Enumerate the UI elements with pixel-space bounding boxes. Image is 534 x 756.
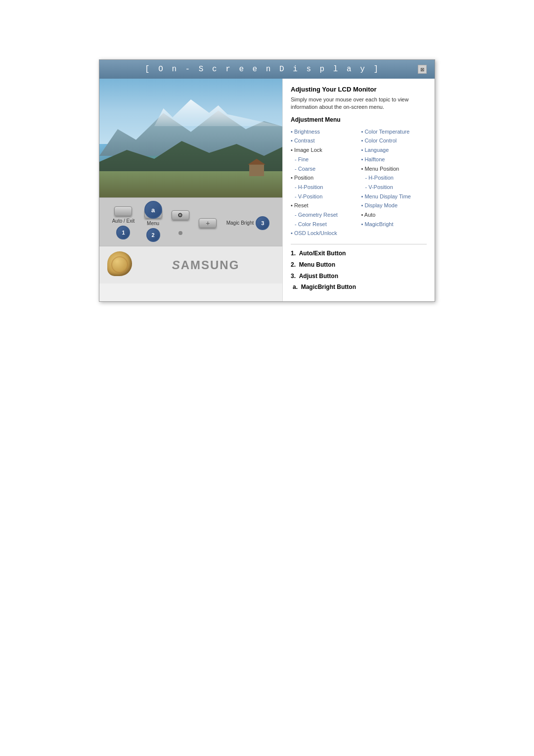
auto-exit-button-shape[interactable] <box>114 206 132 216</box>
circle-3: 3 <box>256 216 269 230</box>
item-1-text: Auto/Exit Button <box>299 250 346 257</box>
menu-halftone[interactable]: • Halftone <box>361 155 427 164</box>
menu-h-position-left[interactable]: - H-Position <box>291 183 356 192</box>
menu-osd-lock[interactable]: • OSD Lock/Unlock <box>291 229 356 238</box>
monitor-display <box>99 79 282 197</box>
list-item-1: 1. Auto/Exit Button <box>291 249 427 258</box>
main-window: [ O n - S c r e e n D i s p l a y ] ⊠ Au… <box>99 59 435 302</box>
magic-bright-control: Magic Bright 3 <box>226 216 270 230</box>
menu-h-position-right[interactable]: - H-Position <box>361 173 427 183</box>
circle-a: a <box>144 201 162 219</box>
list-item-a: a. MagicBright Button <box>291 283 427 291</box>
menu-color-reset[interactable]: - Color Reset <box>291 220 356 229</box>
adjust-control: ⚙ <box>172 210 189 236</box>
magic-bright-area: Magic Bright 3 <box>226 216 270 230</box>
menu-language[interactable]: • Language <box>361 145 427 155</box>
menu-label: Menu <box>147 221 159 226</box>
menu-v-position-left[interactable]: - V-Position <box>291 192 356 201</box>
menu-menu-position: • Menu Position <box>361 164 427 174</box>
menu-reset: • Reset <box>291 201 356 210</box>
menu-display-time[interactable]: • Menu Display Time <box>361 192 427 201</box>
menu-color-temp[interactable]: • Color Temperature <box>361 127 427 137</box>
content-area: Auto / Exit 1 a Menu 2 ⚙ <box>99 79 435 301</box>
num-1: 1. <box>291 250 296 257</box>
adjust-button-shape[interactable]: ⚙ <box>172 210 189 220</box>
building <box>249 164 264 176</box>
intro-text: Simply move your mouse over each topic t… <box>291 96 427 111</box>
item-2-text: Menu Button <box>299 261 335 268</box>
samsung-s: S <box>172 258 181 272</box>
right-panel: Adjusting Your LCD Monitor Simply move y… <box>282 79 435 301</box>
list-item-2: 2. Menu Button <box>291 261 427 269</box>
auto-exit-label: Auto / Exit <box>112 218 135 224</box>
plus-control: + <box>199 218 217 228</box>
item-3-text: Adjust Button <box>299 273 338 280</box>
item-a-text: MagicBright Button <box>301 284 356 290</box>
menu-position: • Position <box>291 173 356 183</box>
menu-columns: • Brightness • Contrast • Image Lock - F… <box>291 127 427 238</box>
auto-exit-control: Auto / Exit 1 <box>112 206 135 239</box>
menu-control: a Menu 2 <box>144 204 162 242</box>
list-item-3: 3. Adjust Button <box>291 272 427 281</box>
menu-fine[interactable]: - Fine <box>291 155 356 164</box>
menu-left-col: • Brightness • Contrast • Image Lock - F… <box>291 127 356 238</box>
menu-display-mode[interactable]: • Display Mode <box>361 201 427 210</box>
circle-1: 1 <box>116 226 130 239</box>
menu-image-lock: • Image Lock <box>291 145 356 155</box>
adjustment-menu-title: Adjustment Menu <box>291 116 427 123</box>
shell-image <box>107 251 137 279</box>
monitor-controls: Auto / Exit 1 a Menu 2 ⚙ <box>99 197 282 246</box>
plus-button-shape[interactable]: + <box>199 218 217 228</box>
left-panel: Auto / Exit 1 a Menu 2 ⚙ <box>99 79 282 301</box>
menu-right-col: • Color Temperature • Color Control • La… <box>361 127 427 238</box>
numbered-list: 1. Auto/Exit Button 2. Menu Button 3. Ad… <box>291 249 427 291</box>
menu-contrast[interactable]: • Contrast <box>291 136 356 145</box>
window-title: [ O n - S c r e e n D i s p l a y ] <box>107 65 418 74</box>
title-bar: [ O n - S c r e e n D i s p l a y ] ⊠ <box>99 60 435 79</box>
menu-brightness[interactable]: • Brightness <box>291 127 356 137</box>
section-divider <box>291 244 427 244</box>
menu-magic-bright[interactable]: • MagicBright <box>361 220 427 229</box>
menu-coarse[interactable]: - Coarse <box>291 164 356 174</box>
main-title: Adjusting Your LCD Monitor <box>291 86 427 93</box>
circle-2: 2 <box>146 228 160 242</box>
samsung-logo: SAMSUNG <box>137 258 274 272</box>
menu-color-control[interactable]: • Color Control <box>361 136 427 145</box>
menu-v-position-right[interactable]: - V-Position <box>361 183 427 192</box>
num-3: 3. <box>291 273 296 280</box>
alpha-a: a. <box>291 284 298 290</box>
menu-geometry-reset[interactable]: - Geometry Reset <box>291 210 356 220</box>
magic-bright-label: Magic Bright <box>226 220 254 226</box>
close-button[interactable]: ⊠ <box>418 65 427 74</box>
monitor-bottom: SAMSUNG <box>99 246 282 284</box>
num-2: 2. <box>291 261 296 268</box>
shell-decoration <box>107 251 132 276</box>
menu-auto: • Auto <box>361 210 427 220</box>
samsung-text: AMSUNG <box>181 258 240 272</box>
